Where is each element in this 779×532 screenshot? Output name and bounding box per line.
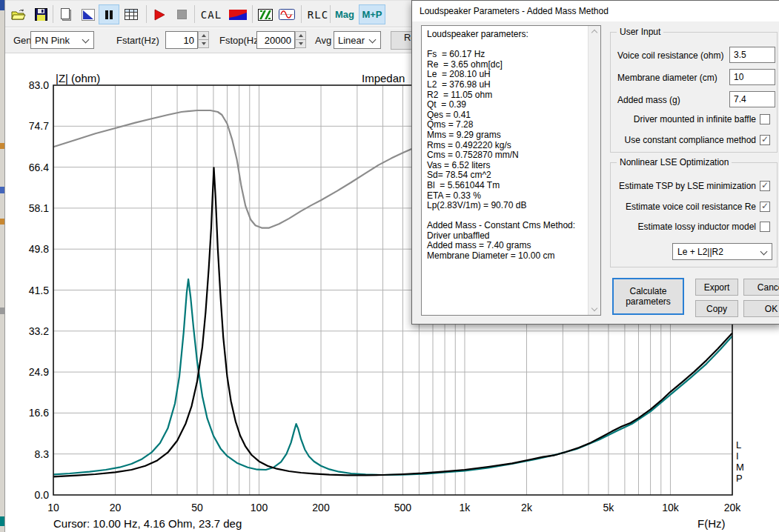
checkmark-icon: ✓	[761, 134, 769, 144]
loudspeaker-parameters-dialog: Loudspeaker Parameters - Added Mass Meth…	[411, 0, 779, 325]
copy-button[interactable]: Copy	[695, 300, 738, 317]
membrane-diameter-input[interactable]	[729, 69, 775, 85]
constant-compliance-checkbox[interactable]: ✓	[760, 135, 770, 145]
dialog-titlebar[interactable]: Loudspeaker Parameters - Added Mass Meth…	[412, 1, 779, 21]
user-input-group: User Input Voice coil resistance (ohm) M…	[610, 32, 778, 153]
dialog-title-text: Loudspeaker Parameters - Added Mass Meth…	[420, 6, 609, 16]
chevron-down-icon	[760, 248, 768, 256]
estimate-lossy-checkbox-row[interactable]: Estimate lossy inductor model	[638, 222, 770, 232]
inductor-model-select[interactable]: Le + L2||R2	[672, 243, 772, 260]
voice-coil-resistance-input[interactable]	[729, 47, 775, 63]
infinite-baffle-label: Driver mounted in infinite baffle	[634, 114, 756, 124]
checkmark-icon: ✓	[761, 180, 769, 190]
checkmark-icon: ✓	[761, 201, 769, 211]
estimate-re-checkbox[interactable]: ✓	[760, 202, 770, 212]
calculate-parameters-button[interactable]: Calculate parameters	[612, 278, 684, 315]
lse-optimization-group: Nonlinear LSE Optimization Estimate TSP …	[610, 162, 778, 267]
lse-legend: Nonlinear LSE Optimization	[617, 157, 732, 167]
estimate-re-checkbox-row[interactable]: Estimate voice coil resistance Re ✓	[626, 202, 770, 212]
estimate-lossy-checkbox[interactable]	[760, 222, 770, 232]
parameters-textbox[interactable]: Loudspeaker parameters: Fs = 60.17 Hz Re…	[421, 25, 601, 316]
added-mass-input[interactable]	[729, 91, 775, 107]
parameters-scrollbar[interactable]	[588, 26, 600, 315]
constant-compliance-label: Use constant compliance method	[625, 135, 756, 145]
estimate-re-label: Estimate voice coil resistance Re	[626, 202, 756, 212]
parameters-text: Loudspeaker parameters: Fs = 60.17 Hz Re…	[427, 30, 579, 262]
constant-compliance-checkbox-row[interactable]: Use constant compliance method ✓	[625, 135, 770, 145]
estimate-lossy-label: Estimate lossy inductor model	[638, 222, 756, 232]
estimate-tsp-checkbox-row[interactable]: Estimate TSP by LSE minimization ✓	[619, 181, 770, 191]
estimate-tsp-checkbox[interactable]: ✓	[760, 181, 770, 191]
inductor-model-value: Le + L2||R2	[677, 247, 723, 257]
scroll-up-icon[interactable]	[591, 30, 597, 36]
scroll-down-icon[interactable]	[591, 305, 597, 311]
cancel-button[interactable]: Cancel	[743, 279, 779, 296]
infinite-baffle-checkbox[interactable]	[760, 114, 770, 124]
user-input-legend: User Input	[617, 27, 663, 37]
voice-coil-resistance-label: Voice coil resistance (ohm)	[617, 50, 723, 61]
infinite-baffle-checkbox-row[interactable]: Driver mounted in infinite baffle	[634, 114, 770, 124]
added-mass-label: Added mass (g)	[617, 95, 680, 105]
estimate-tsp-label: Estimate TSP by LSE minimization	[619, 181, 756, 191]
export-button[interactable]: Export	[695, 279, 738, 296]
ok-button[interactable]: OK	[743, 300, 779, 317]
membrane-diameter-label: Membrane diameter (cm)	[617, 73, 717, 83]
